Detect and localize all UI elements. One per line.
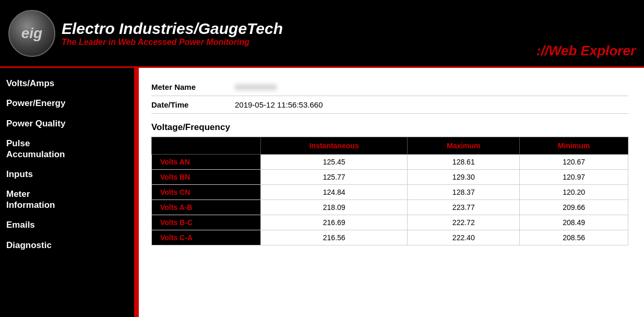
row-minimum: 208.49 bbox=[520, 215, 628, 230]
logo-area: eig Electro Industries/GaugeTech The Lea… bbox=[8, 10, 283, 57]
datetime-value: 2019-05-12 11:56:53.660 bbox=[235, 100, 323, 109]
row-maximum: 128.61 bbox=[408, 155, 520, 170]
logo-text: Electro Industries/GaugeTech The Leader … bbox=[62, 20, 283, 47]
row-instantaneous: 216.69 bbox=[260, 215, 407, 230]
row-maximum: 223.77 bbox=[408, 200, 520, 215]
table-row: Volts C-A216.56222.40208.56 bbox=[152, 230, 628, 245]
meter-name-label: Meter Name bbox=[151, 83, 224, 91]
row-maximum: 129.30 bbox=[408, 170, 520, 185]
table-row: Volts CN124.84128.37120.20 bbox=[152, 185, 628, 200]
datetime-label: Date/Time bbox=[151, 100, 224, 109]
row-instantaneous: 124.84 bbox=[260, 185, 407, 200]
row-label: Volts AN bbox=[152, 155, 261, 170]
sidebar-item-emails[interactable]: Emails bbox=[6, 220, 128, 230]
table-row: Volts B-C216.69222.72208.49 bbox=[152, 215, 628, 230]
sidebar-item-volts-amps[interactable]: Volts/Amps bbox=[6, 78, 128, 89]
company-tagline: The Leader in Web Accessed Power Monitor… bbox=[62, 38, 283, 47]
meter-name-value: XXXXXXXX bbox=[235, 83, 277, 91]
datetime-row: Date/Time 2019-05-12 11:56:53.660 bbox=[151, 96, 628, 114]
row-maximum: 222.40 bbox=[408, 230, 520, 245]
row-label: Volts C-A bbox=[152, 230, 261, 245]
table-header-minimum: Minimum bbox=[520, 137, 628, 155]
row-maximum: 222.72 bbox=[408, 215, 520, 230]
row-minimum: 208.56 bbox=[520, 230, 628, 245]
table-header-empty bbox=[152, 137, 261, 155]
sidebar-item-power-energy[interactable]: Power/Energy bbox=[6, 98, 128, 109]
row-label: Volts B-C bbox=[152, 215, 261, 230]
sidebar-item-power-quality[interactable]: Power Quality bbox=[6, 119, 128, 129]
row-minimum: 120.97 bbox=[520, 170, 628, 185]
row-minimum: 120.67 bbox=[520, 155, 628, 170]
content-area: Meter Name XXXXXXXX Date/Time 2019-05-12… bbox=[136, 68, 644, 317]
sidebar-item-meter-information[interactable]: MeterInformation bbox=[6, 189, 128, 210]
app-prefix: :// bbox=[536, 43, 548, 58]
logo-icon: eig bbox=[8, 10, 55, 57]
sidebar-item-pulse-accumulation[interactable]: PulseAccumulation bbox=[6, 138, 128, 160]
row-instantaneous: 125.45 bbox=[260, 155, 407, 170]
row-label: Volts A-B bbox=[152, 200, 261, 215]
voltage-table: Instantaneous Maximum Minimum Volts AN12… bbox=[151, 137, 628, 245]
row-label: Volts BN bbox=[152, 170, 261, 185]
table-row: Volts AN125.45128.61120.67 bbox=[152, 155, 628, 170]
sidebar-item-diagnostic[interactable]: Diagnostic bbox=[6, 240, 128, 251]
row-minimum: 120.20 bbox=[520, 185, 628, 200]
row-instantaneous: 216.56 bbox=[260, 230, 407, 245]
table-header-instantaneous: Instantaneous bbox=[260, 137, 407, 155]
sidebar: Volts/Amps Power/Energy Power Quality Pu… bbox=[0, 68, 136, 317]
app-name: ://Web Explorer bbox=[536, 43, 636, 62]
table-row: Volts A-B218.09223.77209.66 bbox=[152, 200, 628, 215]
meter-name-row: Meter Name XXXXXXXX bbox=[151, 78, 628, 96]
row-maximum: 128.37 bbox=[408, 185, 520, 200]
app-title: Web Explorer bbox=[548, 43, 636, 58]
voltage-frequency-title: Voltage/Frequency bbox=[151, 122, 628, 133]
row-instantaneous: 125.77 bbox=[260, 170, 407, 185]
sidebar-item-inputs[interactable]: Inputs bbox=[6, 169, 128, 180]
header: eig Electro Industries/GaugeTech The Lea… bbox=[0, 0, 644, 68]
company-name: Electro Industries/GaugeTech bbox=[62, 20, 283, 38]
row-instantaneous: 218.09 bbox=[260, 200, 407, 215]
row-label: Volts CN bbox=[152, 185, 261, 200]
table-row: Volts BN125.77129.30120.97 bbox=[152, 170, 628, 185]
row-minimum: 209.66 bbox=[520, 200, 628, 215]
main-layout: Volts/Amps Power/Energy Power Quality Pu… bbox=[0, 68, 644, 317]
table-header-maximum: Maximum bbox=[408, 137, 520, 155]
